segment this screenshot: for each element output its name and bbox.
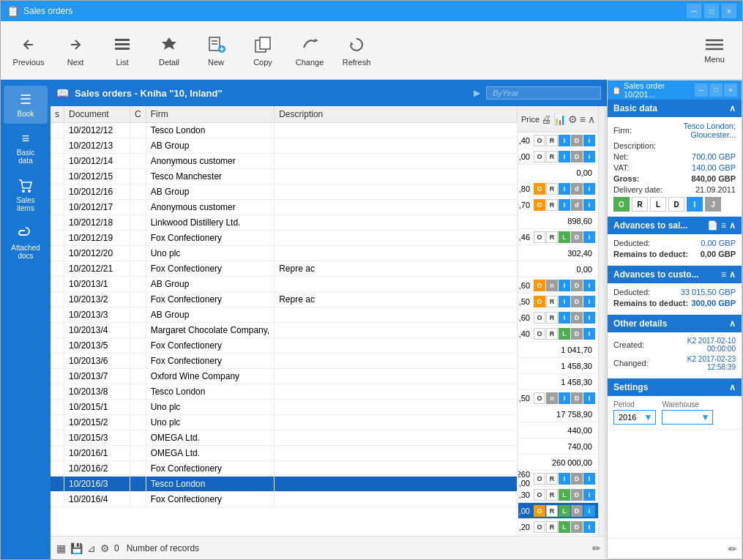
panel-close-button[interactable]: × <box>724 83 737 97</box>
tbl-btn-o[interactable]: O <box>534 231 545 243</box>
tbl-btn-i[interactable]: i <box>583 135 595 146</box>
tbl-btn-o[interactable]: O <box>534 296 545 307</box>
right-col-row[interactable]: 1 458,30 <box>518 374 598 390</box>
previous-button[interactable]: Previous <box>7 26 51 75</box>
sidebar-item-basic-data[interactable]: ≡ Basicdata <box>4 125 48 171</box>
action-btn-I[interactable]: I <box>687 197 703 212</box>
tbl-btn-i[interactable]: i <box>583 183 595 195</box>
tbl-btn-i[interactable]: i <box>583 199 595 211</box>
right-col-row[interactable]: 898,60 <box>518 213 598 229</box>
table-row[interactable]: 10/2016/2 Fox Confectionery <box>51 461 518 477</box>
tbl-btn-r[interactable]: R <box>546 183 558 195</box>
tbl-btn-o[interactable]: O <box>534 328 545 340</box>
minimize-button[interactable]: ─ <box>687 4 701 18</box>
table-row[interactable]: 10/2012/17 Anonymous customer <box>51 200 518 215</box>
tbl-btn-r[interactable]: R <box>546 505 558 517</box>
right-col-row[interactable]: 440,00 <box>518 422 598 438</box>
tbl-btn-i[interactable]: i <box>583 231 595 243</box>
sidebar-item-attached-docs[interactable]: Attacheddocs <box>4 220 48 266</box>
tbl-btn-d[interactable]: d <box>571 199 583 211</box>
tbl-btn-l[interactable]: L <box>559 505 570 517</box>
table-row[interactable]: 10/2013/5 Fox Confectionery <box>51 338 518 354</box>
warehouse-dropdown-icon[interactable]: ▼ <box>698 411 712 424</box>
settings-header[interactable]: Settings ∧ <box>608 378 742 396</box>
table-row[interactable]: 10/2012/14 Anonymous customer <box>51 154 518 169</box>
table-row[interactable]: 10/2016/3 Tesco London <box>51 477 518 492</box>
save-icon[interactable]: 💾 <box>70 542 83 554</box>
tbl-btn-i[interactable]: I <box>583 328 595 340</box>
tbl-btn-r[interactable]: R <box>546 199 558 211</box>
basic-data-header[interactable]: Basic data ∧ <box>608 100 742 117</box>
tbl-btn-o[interactable]: O <box>534 473 545 485</box>
tbl-btn-o[interactable]: O <box>534 199 545 211</box>
collapse-icon[interactable]: ∧ <box>588 113 595 125</box>
table-row[interactable]: 10/2013/1 AB Group <box>51 277 518 292</box>
tbl-btn-i[interactable]: I <box>583 392 595 404</box>
tbl-btn-i[interactable]: I <box>583 473 595 485</box>
table-row[interactable]: 10/2012/19 Fox Confectionery <box>51 231 518 246</box>
table-row[interactable]: 10/2015/2 Uno plc <box>51 415 518 430</box>
period-dropdown-icon[interactable]: ▼ <box>641 411 655 424</box>
tbl-btn-n[interactable]: n <box>546 392 558 404</box>
sidebar-item-book[interactable]: ☰ Book <box>4 86 48 124</box>
action-btn-O[interactable]: O <box>613 197 630 212</box>
settings-status-icon[interactable]: ⚙ <box>100 542 110 554</box>
tbl-btn-i[interactable]: I <box>559 392 570 404</box>
table-row[interactable]: 10/2013/6 Fox Confectionery <box>51 354 518 369</box>
right-col-row[interactable]: 292,50OnIDI <box>518 390 598 406</box>
tbl-btn-i[interactable]: I <box>559 296 570 307</box>
tbl-btn-i[interactable]: I <box>559 135 570 146</box>
next-button[interactable]: Next <box>53 26 97 75</box>
right-col-row[interactable]: 189,40ORLDI <box>518 326 598 342</box>
advances-sal-header[interactable]: Advances to sal... 📄 ≡ ∧ <box>608 217 742 234</box>
tbl-btn-i[interactable]: I <box>583 312 595 324</box>
right-col-row[interactable]: 1 041,70 <box>518 342 598 358</box>
action-btn-D[interactable]: D <box>668 197 684 212</box>
table-row[interactable]: 10/2012/12 Tesco London <box>51 123 518 138</box>
tbl-btn-r[interactable]: R <box>546 151 558 163</box>
advances-cust-header[interactable]: Advances to custo... ≡ ∧ <box>608 266 742 283</box>
tbl-btn-r[interactable]: R <box>546 231 558 243</box>
table-row[interactable]: 10/2012/16 AB Group <box>51 184 518 200</box>
table-row[interactable]: 10/2013/3 AB Group <box>51 307 518 323</box>
tbl-btn-o[interactable]: O <box>534 505 545 517</box>
tbl-btn-r[interactable]: R <box>546 328 558 340</box>
tbl-btn-r[interactable]: R <box>546 296 558 307</box>
tbl-btn-o[interactable]: O <box>534 280 545 291</box>
table-row[interactable]: 10/2015/3 OMEGA Ltd. <box>51 430 518 446</box>
filter-icon[interactable]: ⊿ <box>87 542 96 554</box>
print-icon[interactable]: 🖨 <box>541 113 551 125</box>
tbl-btn-o[interactable]: O <box>534 183 545 195</box>
sidebar-item-sales-items[interactable]: Salesitems <box>4 172 48 218</box>
tbl-btn-d[interactable]: D <box>571 312 583 324</box>
tbl-btn-i[interactable]: I <box>559 199 570 211</box>
table-row[interactable]: 10/2012/18 Linkwood Distillery Ltd. <box>51 215 518 231</box>
tbl-btn-d[interactable]: D <box>571 151 583 163</box>
tbl-btn-i[interactable]: I <box>559 280 570 291</box>
tbl-btn-d[interactable]: D <box>571 489 583 501</box>
table-row[interactable]: 10/2013/8 Tesco London <box>51 384 518 400</box>
tbl-btn-d[interactable]: D <box>571 473 583 485</box>
right-col-row[interactable]: 0,00 <box>518 261 598 277</box>
tbl-btn-d[interactable]: D <box>571 328 583 340</box>
tbl-btn-o[interactable]: O <box>534 135 545 146</box>
right-col-row[interactable]: 94,60OnIDI <box>518 277 598 294</box>
right-col-row[interactable]: 1 142,40ORIDi <box>518 132 598 149</box>
tbl-btn-r[interactable]: R <box>546 312 558 324</box>
tbl-btn-n[interactable]: n <box>546 280 558 291</box>
list-button[interactable]: List <box>100 26 144 75</box>
other-details-header[interactable]: Other details ∧ <box>608 315 742 332</box>
new-button[interactable]: New <box>194 26 238 75</box>
tbl-btn-o[interactable]: O <box>534 489 545 501</box>
tbl-btn-o[interactable]: O <box>534 392 545 404</box>
tbl-btn-o[interactable]: O <box>534 151 545 163</box>
panel-minimize-button[interactable]: ─ <box>695 83 708 97</box>
tbl-btn-i[interactable]: I <box>583 280 595 291</box>
right-col-row[interactable]: 260 000,00 <box>518 455 598 471</box>
right-col-row[interactable]: 740,00 <box>518 438 598 455</box>
action-btn-L[interactable]: L <box>650 197 666 212</box>
table-row[interactable]: 10/2013/4 Margaret Chocolate Company, <box>51 323 518 338</box>
tbl-btn-d[interactable]: D <box>571 392 583 404</box>
right-col-row[interactable]: 17 758,90 <box>518 406 598 422</box>
action-btn-J[interactable]: J <box>705 197 721 212</box>
